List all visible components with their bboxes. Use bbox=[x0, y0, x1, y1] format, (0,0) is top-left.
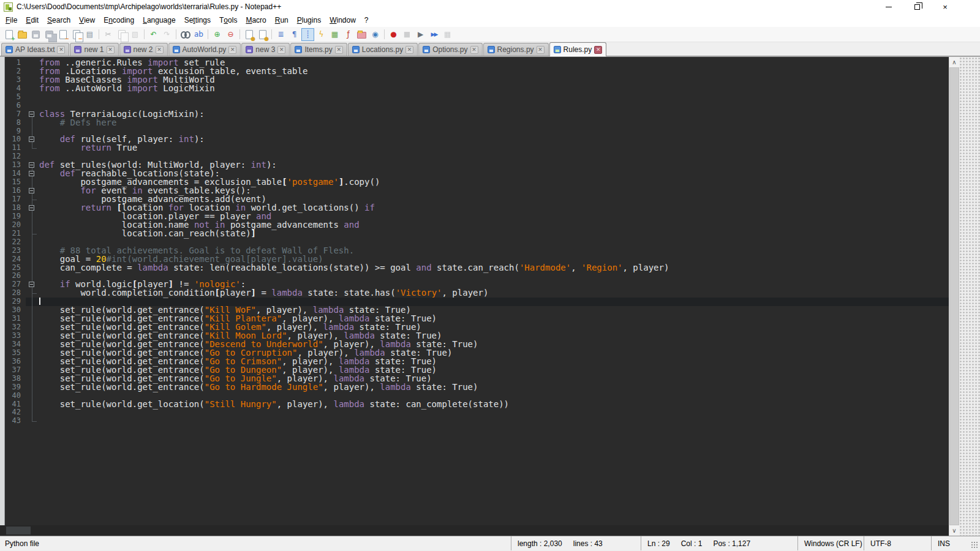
tab-close-icon[interactable]: ✕ bbox=[57, 46, 65, 54]
tab-autoworld-py[interactable]: AutoWorld.py✕ bbox=[168, 43, 241, 56]
code-text[interactable]: class TerrariaLogic(LogicMixin): bbox=[39, 110, 949, 119]
menu-item-window[interactable]: Window bbox=[325, 13, 360, 27]
define-language-icon[interactable]: ϟ bbox=[315, 28, 328, 41]
code-view[interactable]: 1from ..generic.Rules import set_rule2fr… bbox=[0, 57, 949, 525]
tab-regions-py[interactable]: Regions.py✕ bbox=[483, 43, 549, 56]
code-text[interactable]: can_complete = lambda state: len(reachab… bbox=[39, 264, 949, 272]
copy-icon[interactable] bbox=[115, 28, 128, 41]
menu-item-tools[interactable]: Tools bbox=[215, 13, 241, 27]
tab-close-icon[interactable]: ✕ bbox=[156, 46, 164, 54]
code-line[interactable]: 42 bbox=[0, 408, 949, 417]
tab-new-1[interactable]: new 1✕ bbox=[70, 43, 118, 56]
code-text[interactable]: return True bbox=[39, 144, 949, 152]
restore-button[interactable] bbox=[903, 0, 931, 13]
macro-run-multiple-icon[interactable]: ▶▶ bbox=[428, 28, 440, 41]
status-insert-mode[interactable]: INS bbox=[931, 536, 958, 550]
fold-margin[interactable] bbox=[26, 170, 39, 178]
tab-new-3[interactable]: new 3✕ bbox=[241, 43, 290, 56]
tab-items-py[interactable]: Items.py✕ bbox=[290, 43, 347, 56]
menu-item-run[interactable]: Run bbox=[271, 13, 293, 27]
tab-options-py[interactable]: Options.py✕ bbox=[418, 43, 482, 56]
fold-margin[interactable] bbox=[26, 280, 39, 289]
code-text[interactable]: # Defs here bbox=[39, 119, 949, 127]
tab-close-icon[interactable]: ✕ bbox=[228, 46, 236, 54]
macro-save-icon[interactable]: ▦ bbox=[441, 28, 454, 41]
show-all-characters-icon[interactable]: ¶ bbox=[288, 28, 301, 41]
menu-item-macro[interactable]: Macro bbox=[241, 13, 270, 27]
tab-close-icon[interactable]: ✕ bbox=[277, 46, 285, 54]
fold-margin[interactable] bbox=[26, 161, 39, 170]
menu-item-settings[interactable]: Settings bbox=[180, 13, 215, 27]
code-line[interactable]: 28 world.completion_condition[player] = … bbox=[0, 289, 949, 298]
code-text[interactable]: def rule(self, player: int): bbox=[39, 135, 949, 144]
minimize-button[interactable] bbox=[875, 0, 903, 13]
undo-icon[interactable]: ↶ bbox=[147, 28, 160, 41]
fold-margin[interactable] bbox=[26, 204, 39, 212]
word-wrap-icon[interactable]: ≣ bbox=[274, 28, 287, 41]
tab-ap-ideas-txt[interactable]: AP Ideas.txt✕ bbox=[1, 43, 69, 56]
menu-item-edit[interactable]: Edit bbox=[21, 13, 43, 27]
code-line[interactable]: 41 set_rule(world.get_location("Still Hu… bbox=[0, 400, 949, 409]
fold-margin[interactable] bbox=[26, 110, 39, 119]
menu-item-language[interactable]: Language bbox=[138, 13, 179, 27]
menu-item-item[interactable]: ? bbox=[360, 13, 373, 27]
open-file-icon[interactable] bbox=[16, 28, 29, 41]
tab-close-icon[interactable]: ✕ bbox=[470, 46, 478, 54]
close-file-icon[interactable]: − bbox=[56, 28, 69, 41]
code-text[interactable]: set_rule(world.get_location("Still Hungr… bbox=[39, 400, 949, 409]
code-text[interactable] bbox=[39, 408, 949, 417]
sync-vertical-icon[interactable]: ● bbox=[243, 28, 255, 41]
tab-rules-py[interactable]: Rules.py✕ bbox=[549, 42, 607, 56]
menu-item-search[interactable]: Search bbox=[43, 13, 75, 27]
close-button[interactable]: × bbox=[931, 0, 959, 13]
sync-horizontal-icon[interactable]: ● bbox=[256, 28, 269, 41]
code-line[interactable]: 5 bbox=[0, 93, 949, 102]
code-line[interactable]: 43 bbox=[0, 417, 949, 425]
code-line[interactable]: 11 return True bbox=[0, 144, 949, 152]
horizontal-scrollbar[interactable] bbox=[0, 525, 949, 536]
resize-grip[interactable] bbox=[958, 536, 980, 550]
scroll-up-arrow-icon[interactable]: ∧ bbox=[949, 57, 959, 67]
fold-margin[interactable] bbox=[26, 187, 39, 195]
tab-close-icon[interactable]: ✕ bbox=[537, 46, 545, 54]
tab-close-icon[interactable]: ✕ bbox=[107, 46, 115, 54]
tab-locations-py[interactable]: Locations.py✕ bbox=[348, 43, 418, 56]
tab-close-icon[interactable]: ✕ bbox=[335, 46, 343, 54]
zoom-in-icon[interactable]: ⊕ bbox=[211, 28, 224, 41]
menu-item-view[interactable]: View bbox=[75, 13, 99, 27]
close-all-icon[interactable]: − bbox=[70, 28, 83, 41]
code-line[interactable]: 10 def rule(self, player: int): bbox=[0, 135, 949, 144]
status-encoding[interactable]: UTF-8 bbox=[864, 536, 931, 550]
code-text[interactable]: from ..AutoWorld import LogicMixin bbox=[39, 84, 949, 93]
code-text[interactable] bbox=[39, 93, 949, 102]
zoom-out-icon[interactable]: ⊖ bbox=[224, 28, 237, 41]
vertical-scrollbar-thumb[interactable] bbox=[949, 67, 959, 525]
cut-icon[interactable]: ✂ bbox=[102, 28, 115, 41]
code-line[interactable]: 21 location.can_reach(state)] bbox=[0, 230, 949, 238]
print-icon[interactable]: ▤ bbox=[83, 28, 96, 41]
code-text[interactable]: world.completion_condition[player] = lam… bbox=[39, 289, 949, 298]
find-icon[interactable] bbox=[179, 28, 192, 41]
code-text[interactable] bbox=[39, 417, 949, 425]
menu-item-plugins[interactable]: Plugins bbox=[293, 13, 325, 27]
fold-margin[interactable] bbox=[26, 135, 39, 144]
document-map-icon[interactable]: ▦ bbox=[328, 28, 341, 41]
new-file-icon[interactable]: + bbox=[2, 28, 15, 41]
redo-icon[interactable]: ↷ bbox=[160, 28, 173, 41]
function-list-icon[interactable]: ƒ bbox=[342, 28, 355, 41]
vertical-scrollbar[interactable]: ∧ ∨ bbox=[949, 57, 959, 536]
menu-item-encoding[interactable]: Encoding bbox=[99, 13, 138, 27]
code-line[interactable]: 25 can_complete = lambda state: len(reac… bbox=[0, 264, 949, 272]
folder-as-workspace-icon[interactable] bbox=[355, 28, 368, 41]
indent-guide-icon[interactable]: ┊ bbox=[301, 28, 314, 41]
code-text[interactable]: set_rule(world.get_entrance("Go to Hardm… bbox=[39, 383, 949, 392]
scroll-down-arrow-icon[interactable]: ∨ bbox=[949, 525, 959, 536]
save-icon[interactable] bbox=[29, 28, 42, 41]
macro-stop-icon[interactable]: ■ bbox=[401, 28, 413, 41]
macro-record-icon[interactable]: ● bbox=[387, 28, 400, 41]
code-line[interactable]: 4from ..AutoWorld import LogicMixin bbox=[0, 84, 949, 93]
menu-item-file[interactable]: File bbox=[1, 13, 21, 27]
replace-icon[interactable]: ab bbox=[192, 28, 205, 41]
tab-close-icon[interactable]: ✕ bbox=[405, 46, 413, 54]
code-line[interactable]: 39 set_rule(world.get_entrance("Go to Ha… bbox=[0, 383, 949, 392]
